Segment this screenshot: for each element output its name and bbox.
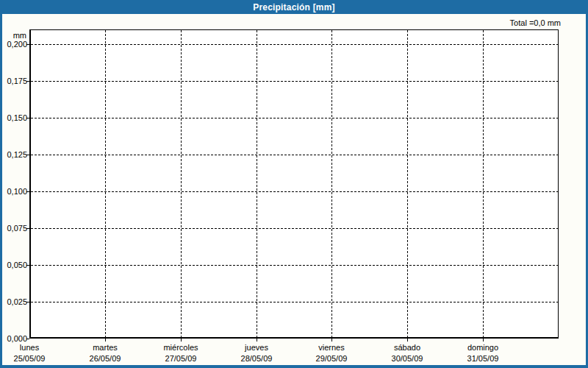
x-date-label: 26/05/09 — [67, 354, 143, 364]
x-category-label: domingo31/05/09 — [445, 343, 521, 364]
h-gridline — [31, 155, 558, 155]
h-gridline — [31, 302, 558, 302]
y-tick-label: 0,000 — [0, 333, 27, 344]
x-day-label: lunes — [0, 343, 68, 353]
x-day-label: martes — [67, 343, 143, 353]
v-gridline — [257, 30, 257, 337]
y-tick-label: 0,075 — [0, 223, 27, 233]
x-category-label: lunes25/05/09 — [0, 343, 68, 364]
h-gridline — [31, 44, 558, 45]
y-tick-label: 0,100 — [0, 186, 27, 197]
h-gridline — [31, 118, 558, 118]
v-gridline — [105, 30, 106, 337]
x-category-label: miércoles27/05/09 — [143, 343, 219, 364]
h-gridline — [31, 265, 558, 266]
x-axis-tick — [331, 339, 332, 342]
v-gridline — [483, 30, 484, 337]
x-day-label: jueves — [218, 343, 295, 353]
y-tick-label: 0,125 — [0, 149, 27, 160]
x-category-label: martes26/05/09 — [67, 343, 143, 364]
y-tick-label: 0,050 — [0, 260, 27, 270]
v-gridline — [181, 30, 182, 337]
total-label: Total =0,0 mm — [510, 18, 561, 27]
x-day-label: sábado — [369, 343, 445, 353]
x-date-label: 30/05/09 — [369, 354, 445, 364]
x-day-label: miércoles — [143, 343, 219, 353]
y-tick-label: 0,175 — [0, 76, 27, 86]
x-date-label: 31/05/09 — [445, 354, 521, 364]
title-bar: Precipitación [mm] — [0, 0, 588, 14]
h-gridline — [31, 191, 558, 192]
y-tick-label: 0,025 — [0, 297, 27, 307]
x-date-label: 28/05/09 — [218, 354, 295, 364]
x-day-label: domingo — [445, 343, 521, 353]
x-axis-tick — [181, 339, 182, 342]
y-tick-label: 0,200 — [0, 39, 27, 49]
chart-window: Precipitación [mm] Total =0,0 mm mm 0,20… — [0, 0, 588, 368]
x-axis-tick — [407, 339, 408, 342]
y-tick-label: 0,150 — [0, 113, 27, 123]
h-gridline — [31, 81, 558, 82]
x-date-label: 27/05/09 — [143, 354, 219, 364]
x-date-label: 25/05/09 — [0, 354, 68, 364]
x-category-label: sábado30/05/09 — [369, 343, 445, 364]
x-axis-tick — [257, 339, 257, 342]
x-date-label: 29/05/09 — [293, 354, 370, 364]
x-axis-tick — [105, 339, 106, 342]
x-day-label: viernes — [293, 343, 370, 353]
v-gridline — [407, 30, 408, 337]
x-category-label: jueves28/05/09 — [218, 343, 295, 364]
h-gridline — [31, 228, 558, 229]
x-axis-tick — [483, 339, 484, 342]
v-gridline — [331, 30, 332, 337]
plot-area — [29, 29, 559, 339]
x-category-label: viernes29/05/09 — [293, 343, 370, 364]
chart-title: Precipitación [mm] — [253, 2, 335, 13]
